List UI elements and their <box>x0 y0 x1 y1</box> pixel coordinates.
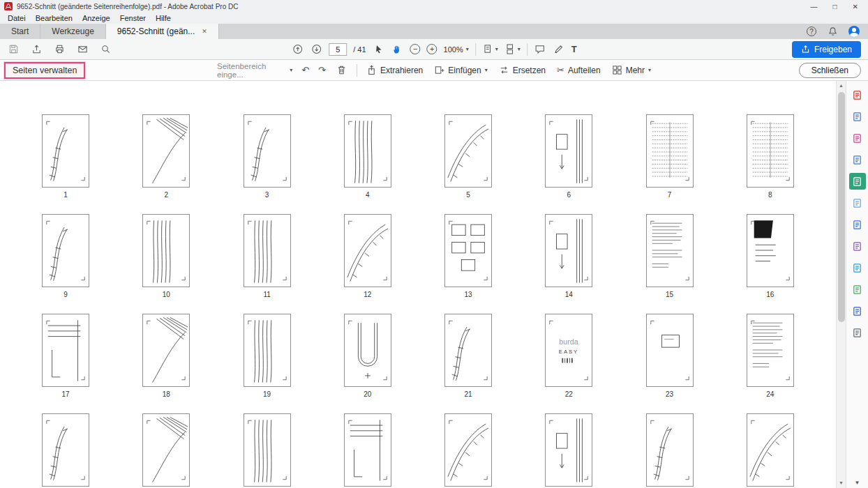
comment-tool-icon[interactable] <box>534 43 546 56</box>
previous-page-icon[interactable] <box>291 43 304 56</box>
user-avatar[interactable] <box>848 26 860 37</box>
page-thumbnail-15[interactable] <box>646 214 694 287</box>
organize-action-extrahieren[interactable]: Extrahieren <box>366 65 423 75</box>
tab-start[interactable]: Start <box>0 24 40 39</box>
share-upload-icon[interactable] <box>30 43 43 56</box>
page-thumbnail-29[interactable] <box>444 413 492 487</box>
rail-tool-split-pages[interactable] <box>849 195 866 211</box>
organize-action-einfgen[interactable]: Einfügen▾ <box>434 65 487 75</box>
menu-item-bearbeiten[interactable]: Bearbeiten <box>31 14 77 22</box>
rail-tool-export-pdf[interactable] <box>849 86 866 103</box>
page-thumbnail-10[interactable] <box>142 214 190 287</box>
page-thumbnail-9[interactable] <box>42 214 89 287</box>
scroll-view-dropdown[interactable]: ▾ <box>504 44 521 54</box>
pages-grid: 123456789101112131415161718192021burdaEA… <box>0 81 836 488</box>
email-icon[interactable] <box>76 43 89 56</box>
page-thumbnail-16[interactable] <box>747 214 794 287</box>
page-thumbnail-28[interactable] <box>344 413 391 487</box>
page-thumbnail-24[interactable] <box>747 314 794 387</box>
menu-item-hilfe[interactable]: Hilfe <box>151 14 176 22</box>
page-thumbnail-11[interactable] <box>244 214 291 287</box>
page-thumbnail-27[interactable] <box>244 413 291 487</box>
page-thumbnail-5[interactable] <box>444 114 492 188</box>
notifications-bell-icon[interactable] <box>826 24 839 38</box>
schliessen-button[interactable]: Schließen <box>799 63 861 78</box>
rail-tool-organize-pages[interactable] <box>849 173 866 190</box>
select-tool-icon[interactable] <box>373 43 385 56</box>
rail-tool-send-for-review[interactable] <box>849 259 866 276</box>
help-icon[interactable]: ? <box>807 26 816 36</box>
page-cell-12: 12 <box>317 214 418 298</box>
maximize-button[interactable]: □ <box>833 3 837 10</box>
rail-tool-create-pdf[interactable] <box>849 108 866 125</box>
menu-item-fenster[interactable]: Fenster <box>115 14 151 22</box>
vertical-scrollbar[interactable]: ▲ ▼ <box>836 81 846 488</box>
page-thumbnail-19[interactable] <box>244 314 291 387</box>
highlight-tool-icon[interactable] <box>553 43 565 56</box>
next-page-icon[interactable] <box>310 43 322 56</box>
menu-item-datei[interactable]: Datei <box>3 14 31 22</box>
page-thumbnail-20[interactable] <box>344 314 391 387</box>
tab-werkzeuge[interactable]: Werkzeuge <box>40 24 105 39</box>
organize-action-ersetzen[interactable]: Ersetzen <box>499 65 546 75</box>
page-thumbnail-8[interactable] <box>747 114 794 188</box>
freigeben-button[interactable]: Freigeben <box>792 41 861 58</box>
rail-tool-edit-pdf[interactable] <box>849 130 866 146</box>
page-thumbnail-23[interactable] <box>646 314 694 387</box>
redo-icon[interactable]: ↷ <box>318 66 326 75</box>
menu-item-anzeige[interactable]: Anzeige <box>77 14 115 22</box>
page-thumbnail-13[interactable] <box>444 214 492 287</box>
page-thumbnail-31[interactable] <box>646 413 694 487</box>
rail-tool-more-tools[interactable] <box>849 324 866 341</box>
close-button[interactable]: ✕ <box>853 3 858 10</box>
page-thumbnail-18[interactable] <box>142 314 190 387</box>
page-thumbnail-17[interactable] <box>42 314 89 387</box>
hand-tool-icon[interactable] <box>391 43 404 56</box>
rail-scroll-down-icon[interactable]: ▼ <box>855 480 860 486</box>
page-cell-6: 6 <box>518 114 619 199</box>
page-thumbnail-3[interactable] <box>244 114 291 188</box>
page-thumbnail-21[interactable] <box>444 314 492 387</box>
page-thumbnail-26[interactable] <box>142 413 190 487</box>
rail-tool-fill-and-sign[interactable] <box>849 238 866 254</box>
page-thumbnail-12[interactable] <box>344 214 391 287</box>
menu-bar: DateiBearbeitenAnzeigeFensterHilfe <box>0 13 868 24</box>
minimize-button[interactable]: — <box>811 3 818 10</box>
search-icon[interactable] <box>99 43 112 56</box>
undo-icon[interactable]: ↶ <box>301 66 309 75</box>
scroll-up-icon[interactable]: ▲ <box>837 81 846 91</box>
tab-close-icon[interactable]: ✕ <box>202 28 207 35</box>
page-thumbnail-7[interactable] <box>646 114 694 188</box>
text-tool-icon[interactable]: T <box>571 44 577 54</box>
page-thumbnail-6[interactable] <box>545 114 592 188</box>
page-thumbnail-30[interactable] <box>545 413 592 487</box>
page-thumbnail-14[interactable] <box>545 214 592 287</box>
scroll-down-icon[interactable]: ▼ <box>837 478 846 488</box>
page-thumbnail-2[interactable] <box>142 114 190 188</box>
rail-tool-print-production[interactable] <box>849 281 866 298</box>
page-number-label: 23 <box>666 390 673 398</box>
title-bar: 9652-Schnitt (geänderte Seitenreihenfolg… <box>0 0 868 13</box>
zoom-out-icon[interactable]: − <box>410 44 421 54</box>
delete-pages-icon[interactable] <box>335 63 347 77</box>
organize-action-aufteilen[interactable]: ✂Aufteilen <box>557 66 601 75</box>
page-view-dropdown[interactable]: ▾ <box>482 44 498 54</box>
save-icon[interactable] <box>7 43 20 56</box>
tab-document[interactable]: 9652-Schnitt (geän... ✕ <box>106 24 219 39</box>
page-range-dropdown[interactable]: Seitenbereich einge... ▾ <box>217 62 292 79</box>
page-thumbnail-4[interactable] <box>344 114 391 188</box>
organize-action-mehr[interactable]: Mehr▾ <box>612 65 651 75</box>
rail-tool-combine-files[interactable] <box>849 151 866 168</box>
scrollbar-thumb[interactable] <box>838 92 845 322</box>
page-cell-4: 4 <box>317 114 418 199</box>
page-thumbnail-22[interactable]: burdaEASY <box>545 314 592 387</box>
page-thumbnail-32[interactable] <box>747 413 794 487</box>
print-icon[interactable] <box>53 43 66 56</box>
page-thumbnail-25[interactable] <box>42 413 89 487</box>
zoom-level-dropdown[interactable]: 100% ▾ <box>444 45 469 54</box>
rail-tool-protect[interactable] <box>849 303 866 319</box>
rail-tool-comment[interactable] <box>849 216 866 233</box>
page-thumbnail-1[interactable] <box>42 114 89 188</box>
page-number-input[interactable] <box>329 43 347 56</box>
zoom-in-icon[interactable]: + <box>427 44 437 54</box>
